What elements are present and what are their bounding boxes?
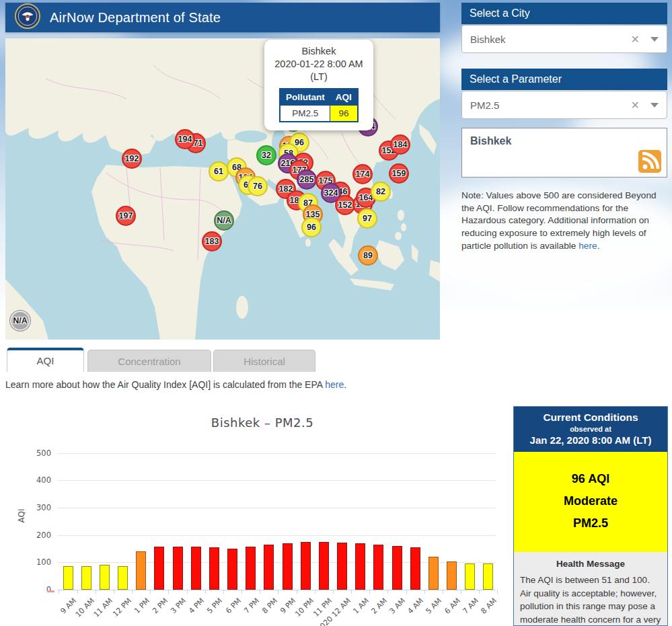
tab-concentration[interactable]: Concentration [87, 350, 211, 372]
select-city-header: Select a City [461, 3, 667, 24]
x-axis-tick [333, 590, 334, 594]
bar-5-pm[interactable] [209, 547, 219, 590]
x-axis-line [57, 590, 496, 590]
map-marker[interactable]: 183 [202, 231, 222, 251]
bar-10-am[interactable] [81, 566, 91, 590]
tab-bar: AQI Concentration Historical [0, 348, 672, 372]
map-marker[interactable]: 76 [248, 176, 268, 196]
clear-parameter-icon[interactable]: ✕ [627, 99, 644, 112]
map-marker[interactable]: 192 [122, 149, 142, 169]
learn-more-here-link[interactable]: here [325, 379, 344, 390]
bar-4-am[interactable] [410, 547, 420, 590]
map-marker[interactable]: N/A [10, 311, 30, 331]
bar-2-am[interactable] [373, 545, 383, 590]
map-marker[interactable]: 96 [301, 217, 322, 237]
bar-8-am[interactable] [483, 563, 493, 590]
map-marker[interactable]: 97 [357, 208, 377, 229]
rss-icon[interactable] [638, 150, 661, 173]
chevron-down-icon[interactable] [650, 37, 659, 42]
world-aqi-map[interactable]: 1711941923261681046276136965852216177285… [5, 38, 440, 340]
map-marker[interactable]: N/A [214, 210, 234, 231]
app-title: AirNow Department of State [50, 10, 221, 26]
bar-8-pm[interactable] [264, 545, 274, 590]
x-axis-tick [223, 590, 224, 594]
plot-band-marker [47, 590, 54, 592]
map-marker[interactable]: 61 [209, 161, 229, 182]
popup-pollutant-value: PM2.5 [280, 105, 330, 122]
current-conditions-header: Current Conditions observed at Jan 22, 2… [514, 407, 667, 452]
x-axis-tick [150, 590, 151, 594]
y-tick-label: 100 [27, 557, 51, 567]
bar-6-am[interactable] [447, 561, 457, 590]
bar-11-am[interactable] [100, 565, 110, 590]
current-conditions-panel: Current Conditions observed at Jan 22, 2… [513, 406, 668, 626]
parameter-select[interactable]: PM2.5 ✕ [461, 91, 667, 119]
bar-2020-12-am[interactable] [337, 543, 347, 590]
gridline [57, 480, 496, 481]
app-header: AirNow Department of State [5, 3, 440, 32]
bar-7-am[interactable] [465, 563, 475, 590]
popup-city: Bishkek [271, 45, 367, 58]
map-popup: Bishkek 2020-01-22 8:00 AM (LT) Pollutan… [264, 40, 373, 130]
bar-10-pm[interactable] [301, 542, 311, 590]
bar-3-pm[interactable] [173, 547, 183, 590]
x-axis-tick [260, 590, 260, 594]
x-axis-tick [387, 590, 388, 594]
beyond-aqi-note: Note: Values above 500 are considered Be… [461, 190, 670, 252]
map-marker[interactable]: 89 [358, 245, 378, 266]
y-tick-label: 300 [27, 503, 51, 512]
x-axis-tick [351, 590, 352, 594]
bar-11-pm[interactable] [319, 542, 329, 590]
bar-12-pm[interactable] [118, 566, 128, 590]
map-marker[interactable]: 285 [297, 169, 317, 190]
bar-7-pm[interactable] [246, 547, 256, 590]
map-marker[interactable]: 174 [352, 164, 373, 184]
chevron-down-icon[interactable] [650, 103, 659, 108]
map-marker[interactable]: 197 [116, 206, 136, 226]
x-axis-tick [479, 590, 480, 594]
x-axis-tick [77, 590, 78, 594]
bar-1-am[interactable] [355, 543, 365, 590]
x-axis-tick [241, 590, 242, 594]
x-axis-tick [497, 590, 498, 594]
note-here-link[interactable]: here [578, 241, 597, 251]
aqi-value: 96 AQI [514, 468, 667, 490]
bar-9-am[interactable] [63, 566, 73, 590]
clear-city-icon[interactable]: ✕ [627, 33, 644, 46]
popup-datetime: 2020-01-22 8:00 AM (LT) [271, 58, 367, 83]
y-tick-label: 500 [27, 448, 51, 458]
x-axis-tick [315, 590, 315, 594]
observed-datetime: Jan 22, 2020 8:00 AM (LT) [517, 434, 665, 446]
tab-aqi[interactable]: AQI [7, 348, 84, 372]
bar-5-am[interactable] [428, 557, 439, 590]
y-tick-label: 200 [27, 531, 51, 540]
popup-col-aqi: AQI [330, 89, 358, 106]
bar-3-am[interactable] [392, 546, 402, 590]
map-marker[interactable]: 184 [390, 134, 410, 155]
map-marker[interactable]: 32 [256, 145, 276, 165]
x-axis-tick [369, 590, 370, 594]
popup-col-pollutant: Pollutant [280, 89, 330, 106]
bar-1-pm[interactable] [136, 551, 146, 590]
tab-historical[interactable]: Historical [213, 350, 315, 372]
map-marker[interactable]: 82 [371, 182, 391, 202]
x-axis-tick [406, 590, 407, 594]
current-conditions-title: Current Conditions [517, 412, 665, 424]
y-tick-label: 400 [27, 475, 51, 485]
feed-city-title: Bishkek [462, 128, 667, 147]
bar-4-pm[interactable] [191, 547, 201, 590]
bar-2-pm[interactable] [154, 547, 164, 590]
map-marker[interactable]: 159 [389, 163, 409, 184]
health-message-section: Health Message The AQI is between 51 and… [514, 552, 667, 626]
page: AirNow Department of State [0, 0, 672, 626]
x-axis-tick [59, 590, 59, 594]
bar-9-pm[interactable] [283, 543, 293, 590]
gridline [57, 508, 496, 508]
select-parameter-header: Select a Parameter [461, 69, 667, 90]
bar-6-pm[interactable] [227, 549, 237, 590]
aqi-pollutant: PM2.5 [514, 512, 667, 535]
map-marker[interactable]: 194 [175, 129, 195, 149]
note-text: Note: Values above 500 are considered Be… [461, 190, 657, 251]
gridline [57, 535, 496, 536]
city-select[interactable]: Bishkek ✕ [461, 25, 667, 53]
